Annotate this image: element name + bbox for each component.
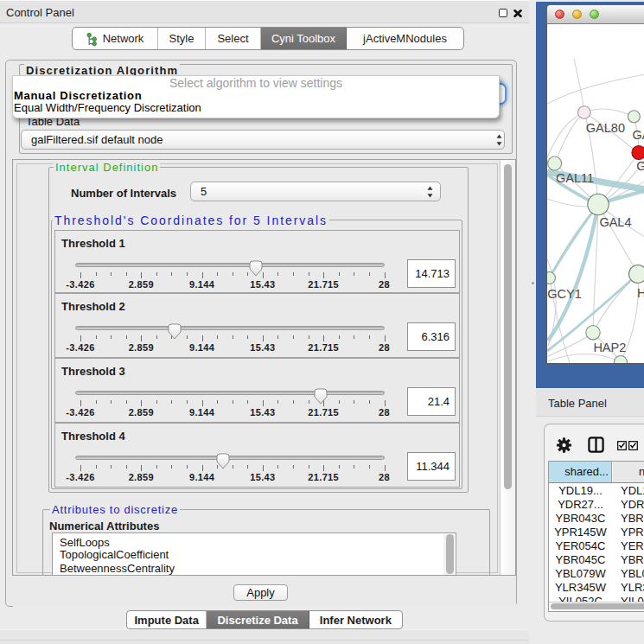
svg-text:GAL1: GAL1 [633, 128, 644, 142]
svg-text:GCY1: GCY1 [547, 287, 582, 301]
svg-text:HI: HI [637, 286, 644, 300]
svg-text:G: G [636, 159, 644, 173]
svg-text:GAL80: GAL80 [586, 121, 625, 135]
svg-text:GAL11: GAL11 [556, 171, 594, 185]
svg-text:GAL4: GAL4 [599, 215, 631, 229]
svg-text:HAP2: HAP2 [593, 341, 626, 354]
